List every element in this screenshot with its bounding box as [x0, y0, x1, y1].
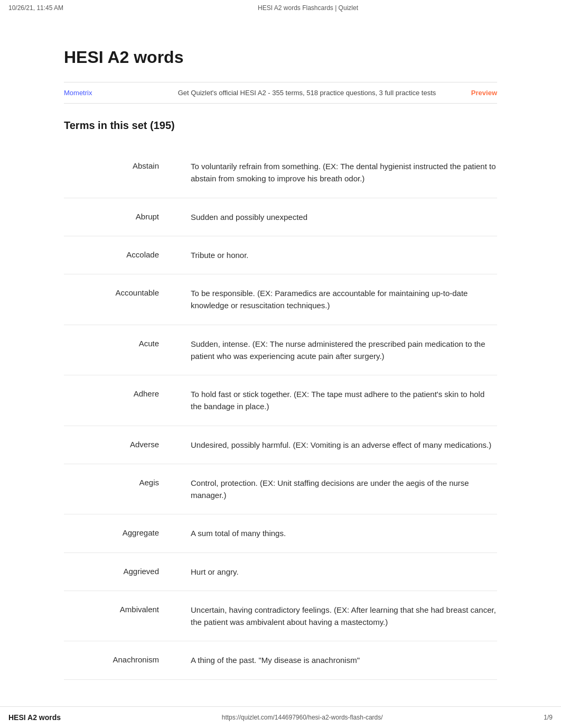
flashcard-definition: Hurt or angry. [191, 566, 497, 578]
flashcard-term: Aegis [64, 477, 170, 487]
flashcard-term: Abstain [64, 160, 170, 170]
flashcard-definition: To hold fast or stick together. (EX: The… [191, 388, 497, 413]
tab-title: HESI A2 words Flashcards | Quizlet [258, 4, 358, 12]
table-row: AbruptSudden and possibly unexpected [64, 198, 497, 236]
flashcard-definition: Sudden and possibly unexpected [191, 211, 497, 223]
flashcard-term: Aggrieved [64, 566, 170, 576]
promo-text: Get Quizlet's official HESI A2 - 355 ter… [159, 89, 455, 97]
preview-link[interactable]: Preview [455, 89, 497, 97]
page-container: HESI A2 words Mometrix Get Quizlet's off… [43, 16, 518, 701]
flashcard-definition: To voluntarily refrain from something. (… [191, 160, 497, 185]
flashcard-definition: Undesired, possibly harmful. (EX: Vomiti… [191, 439, 497, 451]
table-row: AmbivalentUncertain, having contradictor… [64, 591, 497, 642]
flashcard-term: Abrupt [64, 211, 170, 221]
table-row: AcuteSudden, intense. (EX: The nurse adm… [64, 325, 497, 376]
promo-bar: Mometrix Get Quizlet's official HESI A2 … [64, 82, 497, 104]
table-row: AnachronismA thing of the past. "My dise… [64, 641, 497, 679]
flashcard-definition: Sudden, intense. (EX: The nurse administ… [191, 338, 497, 363]
flashcard-definition: A sum total of many things. [191, 527, 497, 539]
flashcard-term: Adhere [64, 388, 170, 398]
browser-bar: 10/26/21, 11:45 AM HESI A2 words Flashca… [0, 0, 561, 16]
flashcard-term: Accountable [64, 287, 170, 297]
table-row: AbstainTo voluntarily refrain from somet… [64, 148, 497, 198]
table-row: AccoladeTribute or honor. [64, 236, 497, 274]
flashcard-term: Aggregate [64, 527, 170, 537]
timestamp: 10/26/21, 11:45 AM [8, 4, 63, 12]
table-row: AdhereTo hold fast or stick together. (E… [64, 375, 497, 426]
table-row: AegisControl, protection. (EX: Unit staf… [64, 464, 497, 515]
mometrix-link[interactable]: Mometrix [64, 89, 159, 97]
table-row: AggrievedHurt or angry. [64, 553, 497, 591]
flashcard-definition: A thing of the past. "My disease is anac… [191, 654, 497, 666]
table-row: AccountableTo be responsible. (EX: Param… [64, 274, 497, 325]
flashcard-term: Ambivalent [64, 604, 170, 614]
flashcard-definition: To be responsible. (EX: Paramedics are a… [191, 287, 497, 312]
flashcard-list: AbstainTo voluntarily refrain from somet… [64, 148, 497, 680]
page-title: HESI A2 words [64, 48, 497, 67]
flashcard-term: Accolade [64, 249, 170, 259]
flashcard-definition: Uncertain, having contradictory feelings… [191, 604, 497, 629]
section-title: Terms in this set (195) [64, 119, 497, 132]
flashcard-term: Acute [64, 338, 170, 348]
flashcard-definition: Control, protection. (EX: Unit staffing … [191, 477, 497, 502]
flashcard-term: Adverse [64, 439, 170, 449]
table-row: AdverseUndesired, possibly harmful. (EX:… [64, 426, 497, 464]
table-row: AggregateA sum total of many things. [64, 514, 497, 552]
flashcard-term: Anachronism [64, 654, 170, 664]
flashcard-definition: Tribute or honor. [191, 249, 497, 261]
